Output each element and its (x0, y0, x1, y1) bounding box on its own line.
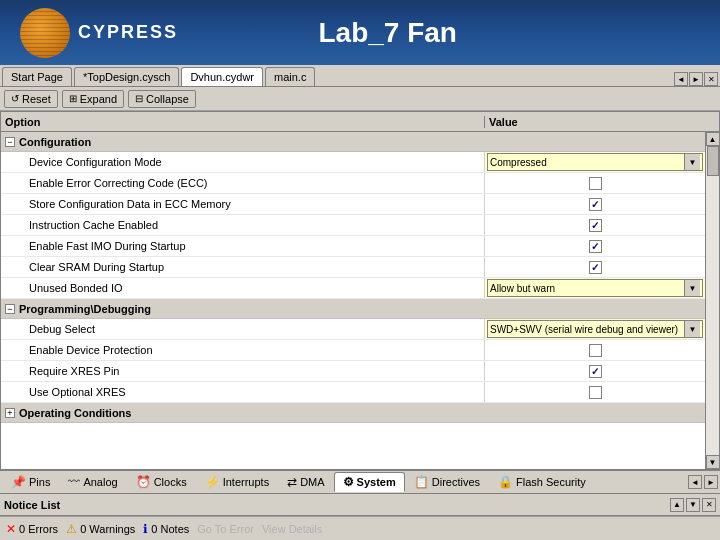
scroll-thumb[interactable] (707, 146, 719, 176)
row-ecc: Enable Error Correcting Code (ECC) (1, 173, 705, 194)
expand-configuration-icon[interactable]: − (5, 137, 15, 147)
option-sram-label: Clear SRAM During Startup (1, 257, 485, 277)
row-require-xres: Require XRES Pin (1, 361, 705, 382)
warning-icon: ⚠ (66, 522, 77, 536)
scroll-down-btn[interactable]: ▼ (706, 455, 720, 469)
expand-operating-icon[interactable]: + (5, 408, 15, 418)
tab-clocks[interactable]: ⏰ Clocks (127, 472, 196, 492)
option-device-config-mode-value[interactable]: Compressed ▼ (485, 152, 705, 172)
section-configuration-label: Configuration (19, 136, 91, 148)
options-panel[interactable]: Option Value − Configuration Device Conf… (0, 111, 720, 470)
tab-close[interactable]: ✕ (704, 72, 718, 86)
tab-analog[interactable]: 〰 Analog (59, 472, 126, 492)
bottom-tabs: 📌 Pins 〰 Analog ⏰ Clocks ⚡ Interrupts ⇄ … (0, 470, 720, 494)
clocks-icon: ⏰ (136, 475, 151, 489)
bottom-tab-scroll-left[interactable]: ◄ (688, 475, 702, 489)
row-unused-io: Unused Bonded IO Allow but warn ▼ (1, 278, 705, 299)
debug-select-dropdown[interactable]: SWD+SWV (serial wire debug and viewer) ▼ (487, 320, 703, 338)
tab-flash-security[interactable]: 🔒 Flash Security (489, 472, 595, 492)
notice-close[interactable]: ✕ (702, 498, 716, 512)
row-debug-select: Debug Select SWD+SWV (serial wire debug … (1, 319, 705, 340)
store-config-checkbox-container (487, 194, 703, 214)
device-config-mode-dropdown[interactable]: Compressed ▼ (487, 153, 703, 171)
section-programming-label: Programming\Debugging (19, 303, 151, 315)
device-protect-checkbox-container (487, 340, 703, 360)
option-unused-io-label: Unused Bonded IO (1, 278, 485, 298)
scroll-track[interactable] (706, 146, 719, 455)
notice-scroll-up[interactable]: ▲ (670, 498, 684, 512)
table-body: − Configuration Device Configuration Mod… (1, 132, 719, 469)
notice-nav: ▲ ▼ ✕ (670, 498, 716, 512)
toolbar: ↺ Reset ⊞ Expand ⊟ Collapse (0, 87, 720, 111)
tab-main-c[interactable]: main.c (265, 67, 315, 86)
option-fast-imo-value (485, 236, 705, 256)
tab-top-design[interactable]: *TopDesign.cysch (74, 67, 179, 86)
note-icon: ℹ (143, 522, 148, 536)
ecc-checkbox-container (487, 173, 703, 193)
logo: CYPRESS (20, 8, 178, 58)
row-fast-imo: Enable Fast IMO During Startup (1, 236, 705, 257)
expand-icon: ⊞ (69, 93, 77, 104)
option-optional-xres-value (485, 382, 705, 402)
collapse-button[interactable]: ⊟ Collapse (128, 90, 196, 108)
unused-io-arrow[interactable]: ▼ (684, 280, 700, 296)
option-ecc-value (485, 173, 705, 193)
status-warnings[interactable]: ⚠ 0 Warnings (66, 522, 135, 536)
directives-icon: 📋 (414, 475, 429, 489)
expand-programming-icon[interactable]: − (5, 304, 15, 314)
bottom-tab-scroll-right[interactable]: ► (704, 475, 718, 489)
optional-xres-checkbox[interactable] (589, 386, 602, 399)
device-config-mode-text: Compressed (490, 157, 684, 168)
debug-select-arrow[interactable]: ▼ (684, 321, 700, 337)
logo-circle (20, 8, 70, 58)
section-operating[interactable]: + Operating Conditions (1, 403, 705, 423)
row-store-config: Store Configuration Data in ECC Memory (1, 194, 705, 215)
section-configuration[interactable]: − Configuration (1, 132, 705, 152)
tab-nav-buttons: ◄ ► ✕ (674, 72, 718, 86)
section-programming[interactable]: − Programming\Debugging (1, 299, 705, 319)
vertical-scrollbar[interactable]: ▲ ▼ (705, 132, 719, 469)
cache-checkbox[interactable] (589, 219, 602, 232)
tab-directives[interactable]: 📋 Directives (405, 472, 489, 492)
option-debug-select-label: Debug Select (1, 319, 485, 339)
unused-io-dropdown[interactable]: Allow but warn ▼ (487, 279, 703, 297)
device-protect-checkbox[interactable] (589, 344, 602, 357)
cache-checkbox-container (487, 215, 703, 235)
status-errors[interactable]: ✕ 0 Errors (6, 522, 58, 536)
notice-bar: Notice List ▲ ▼ ✕ (0, 494, 720, 516)
option-unused-io-value[interactable]: Allow but warn ▼ (485, 278, 705, 298)
sram-checkbox[interactable] (589, 261, 602, 274)
notice-scroll-down[interactable]: ▼ (686, 498, 700, 512)
expand-button[interactable]: ⊞ Expand (62, 90, 124, 108)
tab-dma[interactable]: ⇄ DMA (278, 472, 333, 492)
scroll-up-btn[interactable]: ▲ (706, 132, 720, 146)
error-icon: ✕ (6, 522, 16, 536)
reset-button[interactable]: ↺ Reset (4, 90, 58, 108)
option-ecc-label: Enable Error Correcting Code (ECC) (1, 173, 485, 193)
device-config-mode-arrow[interactable]: ▼ (684, 154, 700, 170)
tab-interrupts[interactable]: ⚡ Interrupts (196, 472, 278, 492)
option-optional-xres-label: Use Optional XRES (1, 382, 485, 402)
dma-icon: ⇄ (287, 475, 297, 489)
notice-label: Notice List (4, 499, 60, 511)
require-xres-checkbox[interactable] (589, 365, 602, 378)
interrupts-icon: ⚡ (205, 475, 220, 489)
tab-scroll-left[interactable]: ◄ (674, 72, 688, 86)
tab-bar: Start Page *TopDesign.cysch Dvhun.cydwr … (0, 65, 720, 87)
ecc-checkbox[interactable] (589, 177, 602, 190)
go-to-error-button: Go To Error (197, 523, 254, 535)
tab-scroll-right[interactable]: ► (689, 72, 703, 86)
tab-system[interactable]: ⚙ System (334, 472, 405, 492)
logo-lines (20, 8, 70, 58)
unused-io-text: Allow but warn (490, 283, 684, 294)
row-optional-xres: Use Optional XRES (1, 382, 705, 403)
option-sram-value (485, 257, 705, 277)
status-bar: ✕ 0 Errors ⚠ 0 Warnings ℹ 0 Notes Go To … (0, 516, 720, 540)
fast-imo-checkbox[interactable] (589, 240, 602, 253)
tab-pins[interactable]: 📌 Pins (2, 472, 59, 492)
status-notes[interactable]: ℹ 0 Notes (143, 522, 189, 536)
store-config-checkbox[interactable] (589, 198, 602, 211)
tab-dvhun[interactable]: Dvhun.cydwr (181, 67, 263, 86)
tab-start-page[interactable]: Start Page (2, 67, 72, 86)
option-debug-select-value[interactable]: SWD+SWV (serial wire debug and viewer) ▼ (485, 319, 705, 339)
